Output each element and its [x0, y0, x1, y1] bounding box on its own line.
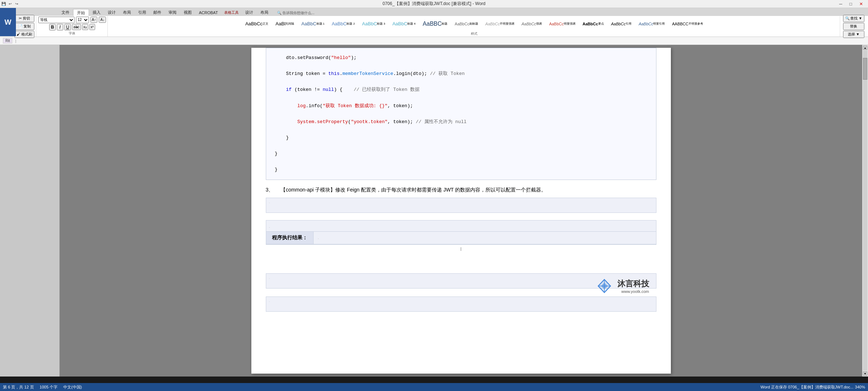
code-block: dto.setPassword("hello"); String token =…	[266, 48, 656, 180]
font-group: 等线 12 A↑ A↓ B I U ab̶c x₂ x² 字体	[37, 16, 108, 37]
empty-code-box-3[interactable]: .	[266, 297, 656, 312]
code-line-6	[275, 94, 647, 102]
word-logo-text: W	[5, 18, 12, 26]
undo-icon[interactable]: ↩	[7, 1, 13, 7]
style-strong-emphasis[interactable]: AaBbCc强调	[518, 17, 545, 31]
style-no-space[interactable]: AaBl无间隔	[272, 17, 297, 31]
tab-home[interactable]: 开始	[73, 9, 89, 16]
font-grow-button[interactable]: A↑	[90, 17, 98, 23]
result-row: 程序执行结果： .	[266, 231, 656, 244]
code-line-13: }	[275, 150, 647, 158]
style-subtle-ref[interactable]: AABBCC不明显参考	[669, 17, 706, 31]
style-strong[interactable]: AaBbCc要点	[579, 17, 607, 31]
underline-button[interactable]: U	[64, 24, 71, 30]
style-intense-quote[interactable]: AaBbCc明显引用	[635, 17, 668, 31]
ribbon-content: 📋 剪贴板 ✂ 剪切 📄 复制 🖌 格式刷 等线 12 A↑ A↓ B I U …	[0, 16, 868, 37]
font-family-select[interactable]: 等线	[38, 17, 75, 23]
formula-bar: Rit |	[0, 37, 868, 45]
font-size-select[interactable]: 12	[76, 17, 89, 23]
spacer-1	[251, 215, 671, 219]
tab-references[interactable]: 引用	[135, 9, 150, 16]
save-icon[interactable]: 💾	[1, 1, 7, 7]
scroll-track[interactable]	[863, 51, 867, 371]
tab-layout[interactable]: 布局	[119, 9, 135, 16]
tab-acrobat[interactable]: ACROBAT	[195, 9, 221, 16]
paragraph-3: 3、 【common-api 子模块】修改 Feign 配置类，由于每次请求时都…	[266, 186, 656, 194]
replace-button[interactable]: 替换	[843, 23, 864, 30]
scroll-up-button[interactable]: ▲	[863, 46, 867, 50]
tab-table-design[interactable]: 设计	[242, 9, 257, 16]
strikethrough-button[interactable]: ab̶c	[72, 24, 81, 30]
style-heading1[interactable]: AaBbC标题 1	[298, 17, 328, 31]
copy-button[interactable]: 📄 复制	[14, 23, 34, 30]
code-line-8	[275, 110, 647, 118]
options-group: 🔍 查找 ▼ 替换 选择 ▼	[841, 14, 867, 39]
cell-reference[interactable]: Rit	[3, 38, 12, 43]
para-num-3: 3、	[266, 186, 274, 194]
cursor-indicator: .	[269, 199, 270, 204]
code-line-3: String token = this.memberTokenService.l…	[275, 70, 647, 78]
font-shrink-button[interactable]: A↓	[99, 17, 106, 23]
style-title[interactable]: AaBBC标题	[420, 17, 451, 31]
maximize-button[interactable]: □	[847, 1, 854, 7]
code-line-2	[275, 62, 647, 70]
vertical-scrollbar[interactable]: ▲ ▼	[862, 45, 868, 377]
document-container: dto.setPassword("hello"); String token =…	[0, 45, 868, 377]
tab-design[interactable]: 设计	[104, 9, 119, 16]
find-button[interactable]: 🔍 查找 ▼	[843, 15, 864, 22]
word-logo: W	[0, 8, 16, 36]
style-subtitle[interactable]: AaBbCc副标题	[451, 17, 481, 31]
language: 中文(中国)	[63, 384, 82, 390]
style-normal[interactable]: AaBbCc正文	[242, 17, 272, 31]
tab-file[interactable]: 文件	[58, 9, 73, 16]
styles-section-label: 样式	[471, 31, 477, 36]
minimize-button[interactable]: ─	[837, 1, 844, 7]
select-button[interactable]: 选择 ▼	[843, 31, 864, 38]
code-line-12	[275, 142, 647, 150]
style-heading4[interactable]: AaBbC标题 4	[389, 17, 419, 31]
subscript-button[interactable]: x₂	[82, 24, 88, 30]
ribbon: W 文件 开始 插入 设计 布局 引用 邮件 审阅 视图 ACROBAT 表格工…	[0, 8, 868, 37]
title-bar: 💾 ↩ ↪ 0706_【案例】消费端获取JWT.doc [兼容模式] - Wor…	[0, 0, 868, 8]
tab-review[interactable]: 审阅	[165, 9, 180, 16]
scroll-handle[interactable]	[863, 58, 867, 80]
document-background: dto.setPassword("hello"); String token =…	[60, 45, 862, 377]
tab-view[interactable]: 视图	[180, 9, 195, 16]
result-container: . 程序执行结果： .	[266, 220, 656, 245]
bold-button[interactable]: B	[49, 24, 56, 30]
close-button[interactable]: ✕	[857, 1, 865, 7]
empty-box-3-dot: .	[269, 298, 270, 303]
empty-code-box-1[interactable]: .	[266, 198, 656, 213]
search-bar[interactable]: 🔍 告诉我你想做什么...	[275, 10, 316, 16]
status-left: 第 6 页，共 12 页 1005 个字 中文(中国)	[3, 384, 82, 390]
result-value: .	[314, 232, 656, 244]
tab-table-layout[interactable]: 布局	[257, 9, 272, 16]
page-info: 第 6 页，共 12 页	[3, 384, 34, 390]
superscript-button[interactable]: x²	[89, 24, 95, 30]
result-value-dot: .	[318, 235, 319, 240]
scroll-down-button[interactable]: ▼	[863, 371, 867, 376]
ribbon-tab-bar: 文件 开始 插入 设计 布局 引用 邮件 审阅 视图 ACROBAT 表格工具 …	[0, 8, 868, 16]
format-painter-button[interactable]: 🖌 格式刷	[14, 31, 34, 38]
cut-button[interactable]: ✂ 剪切	[14, 15, 34, 22]
empty-box-2-dot: .	[269, 275, 270, 279]
style-quote[interactable]: AaBbCc引用	[608, 17, 635, 31]
window-controls: ─ □ ✕	[837, 1, 865, 7]
formula-separator: |	[15, 39, 16, 43]
tab-insert[interactable]: 插入	[89, 9, 104, 16]
style-heading3[interactable]: AaBbC标题 3	[359, 17, 388, 31]
code-line-4	[275, 78, 647, 86]
quick-access-toolbar[interactable]: 💾 ↩ ↪	[1, 1, 20, 7]
status-bar: 第 6 页，共 12 页 1005 个字 中文(中国) Word 正在保存 07…	[0, 383, 868, 391]
font-section-label: 字体	[69, 31, 75, 36]
style-emphasis[interactable]: AaBbCc不明显强调	[482, 17, 518, 31]
redo-icon[interactable]: ↪	[14, 1, 20, 7]
style-heading2[interactable]: AaBbC标题 2	[328, 17, 358, 31]
cursor-line: |	[251, 246, 671, 252]
tab-mailing[interactable]: 邮件	[150, 9, 165, 16]
para-text-3: 【common-api 子模块】修改 Feign 配置类，由于每次请求时都需要传…	[281, 186, 656, 194]
italic-button[interactable]: I	[57, 24, 63, 30]
result-top-dot: .	[269, 224, 270, 228]
style-intense-emphasis[interactable]: AaBbCc明显强调	[546, 17, 578, 31]
window-title: 0706_【案例】消费端获取JWT.doc [兼容模式] - Word	[383, 1, 486, 7]
